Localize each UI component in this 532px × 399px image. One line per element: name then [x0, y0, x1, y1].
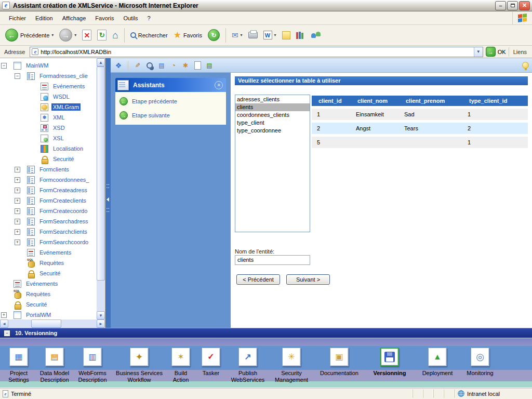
expand-node-icon[interactable]: + [0, 312, 14, 318]
menu-outils[interactable]: Outils [118, 14, 142, 23]
menu-fichier[interactable]: Fichier [4, 14, 31, 23]
mail-dropdown-icon[interactable]: ▾ [241, 33, 243, 37]
tree-item[interactable]: XSL [0, 133, 97, 143]
collapse-pane-icon[interactable] [107, 197, 109, 202]
tree-item[interactable]: +Formclients [0, 164, 97, 175]
close-button[interactable]: ✕ [519, 1, 530, 10]
schedule-icon[interactable] [169, 61, 178, 70]
tree-item[interactable]: XML [0, 112, 97, 123]
tree-item[interactable]: +PortalWM [0, 310, 97, 320]
business-services-icon-button[interactable] [130, 348, 149, 366]
links-menu[interactable]: Liens [509, 47, 530, 57]
bottombar-item-label[interactable]: Security Management [269, 370, 314, 383]
bottombar-item-label[interactable]: Data Model Description [36, 370, 73, 383]
entity-name-input[interactable]: clients [235, 255, 310, 265]
deployment-icon-button[interactable] [428, 348, 447, 366]
bottombar-item[interactable] [415, 348, 460, 366]
expand-node-icon[interactable]: + [14, 177, 27, 183]
bottombar-item-label[interactable]: Publish WebServices [227, 370, 269, 383]
bottombar-item-label[interactable]: Tasker [203, 370, 219, 377]
bottombar-item-label[interactable]: Build Action [166, 370, 195, 383]
forward-button[interactable]: → ▾ [57, 28, 78, 43]
history-button[interactable]: ↻ [206, 28, 222, 42]
tree-item[interactable]: +FormSearchadress [0, 216, 97, 227]
collapse-panel-icon[interactable]: − [4, 330, 10, 336]
bottombar-item-label[interactable]: Project Settings [1, 370, 36, 383]
table-option[interactable]: coordonnees_clients [235, 111, 310, 119]
tree-item[interactable]: Requètes [0, 258, 97, 268]
tables-listbox[interactable]: adresses_clientsclientscoordonnees_clien… [235, 95, 310, 232]
bottombar-item[interactable] [227, 348, 269, 366]
vertical-scroll-thumb[interactable] [97, 66, 105, 281]
back-button[interactable]: ← Précédente ▾ [3, 28, 56, 43]
previous-button[interactable]: < Précédent [236, 274, 280, 285]
bottombar-item-label[interactable]: Versionning [374, 370, 406, 377]
publish-webservices-icon-button[interactable] [238, 348, 257, 366]
tasker-icon-button[interactable] [202, 348, 220, 366]
pane-splitter[interactable] [105, 58, 111, 328]
tree-item[interactable]: Evénements [0, 81, 97, 91]
tree-item[interactable]: +Formcoordonnees_ [0, 175, 97, 185]
tree-item[interactable]: +FormCreatecoordo [0, 206, 97, 216]
notes-button[interactable] [280, 30, 292, 41]
tree-item[interactable]: WSDL [0, 91, 97, 102]
bottombar-item[interactable] [365, 348, 415, 366]
collapse-node-icon[interactable]: − [0, 63, 14, 69]
lightbulb-icon[interactable] [522, 62, 529, 69]
collapse-chevron-icon[interactable] [215, 81, 223, 89]
scroll-right-icon[interactable]: ► [97, 320, 105, 328]
expand-node-icon[interactable]: + [14, 229, 27, 235]
table-option[interactable]: clients [235, 103, 310, 111]
tree-item[interactable]: XSD [0, 123, 97, 133]
export-icon[interactable] [205, 61, 214, 70]
grid-row[interactable]: 1EinsamkeitSad1 [312, 109, 528, 120]
bottombar-item[interactable] [73, 348, 112, 366]
data-model-icon-button[interactable] [45, 348, 64, 366]
expand-node-icon[interactable]: + [14, 198, 27, 204]
bottombar-item-label[interactable]: WebForms Description [73, 370, 112, 383]
previous-step-link[interactable]: ← Etape précédente [119, 97, 222, 105]
edit-icon[interactable] [133, 61, 142, 70]
bottombar-item-label[interactable]: Monitoring [467, 370, 493, 377]
refresh-button[interactable]: ↻ [95, 29, 109, 42]
documentation-icon-button[interactable] [330, 348, 349, 366]
bottombar-item[interactable] [166, 348, 195, 366]
expand-node-icon[interactable]: + [14, 219, 27, 224]
security-management-icon-button[interactable] [282, 348, 301, 366]
home-button[interactable]: ⌂ [110, 29, 120, 41]
table-option[interactable]: adresses_clients [235, 96, 310, 103]
bottombar-item[interactable] [112, 348, 166, 366]
settings-icon[interactable] [181, 61, 190, 70]
tree-item[interactable]: −Formadresses_clie [0, 71, 97, 81]
scroll-down-icon[interactable]: ▼ [97, 311, 105, 320]
tree-item[interactable]: +FormCreateadress [0, 185, 97, 195]
favorites-button[interactable]: ★ Favoris [171, 30, 204, 41]
bottombar-item-label[interactable]: Business Services Workflow [112, 370, 166, 383]
bottombar-item[interactable] [195, 348, 227, 366]
bottombar-item[interactable] [314, 348, 365, 366]
tree-item[interactable]: −MainWM [0, 60, 97, 71]
tree-item[interactable]: Securité [0, 268, 97, 278]
tree-item[interactable]: Evénements [0, 247, 97, 258]
tree-item[interactable]: Securité [0, 154, 97, 164]
tree-item[interactable]: Securité [0, 299, 97, 310]
table-option[interactable]: type_client [235, 119, 310, 127]
messenger-button[interactable] [309, 30, 323, 41]
table-option[interactable]: type_coordonnee [235, 127, 310, 135]
address-dropdown-icon[interactable]: ▼ [474, 47, 483, 57]
tree-item[interactable]: Evénements [0, 278, 97, 289]
back-dropdown-icon[interactable]: ▾ [51, 33, 54, 37]
new-document-icon[interactable] [193, 61, 202, 70]
search-button[interactable]: Rechercher [128, 31, 170, 39]
forward-dropdown-icon[interactable]: ▾ [74, 33, 76, 37]
expand-node-icon[interactable]: + [14, 167, 27, 172]
expand-node-icon[interactable]: + [14, 188, 27, 193]
menu-aide[interactable]: ? [143, 14, 155, 23]
tree-horizontal-scrollbar[interactable]: ◄ ► [0, 320, 105, 328]
grid-row[interactable]: 2AngstTears2 [312, 123, 528, 134]
webforms-icon-button[interactable] [83, 348, 102, 366]
bottombar-item[interactable] [460, 348, 500, 366]
versionning-icon-button[interactable] [380, 348, 399, 366]
monitoring-icon-button[interactable] [471, 348, 489, 366]
component-icon[interactable] [114, 61, 123, 70]
